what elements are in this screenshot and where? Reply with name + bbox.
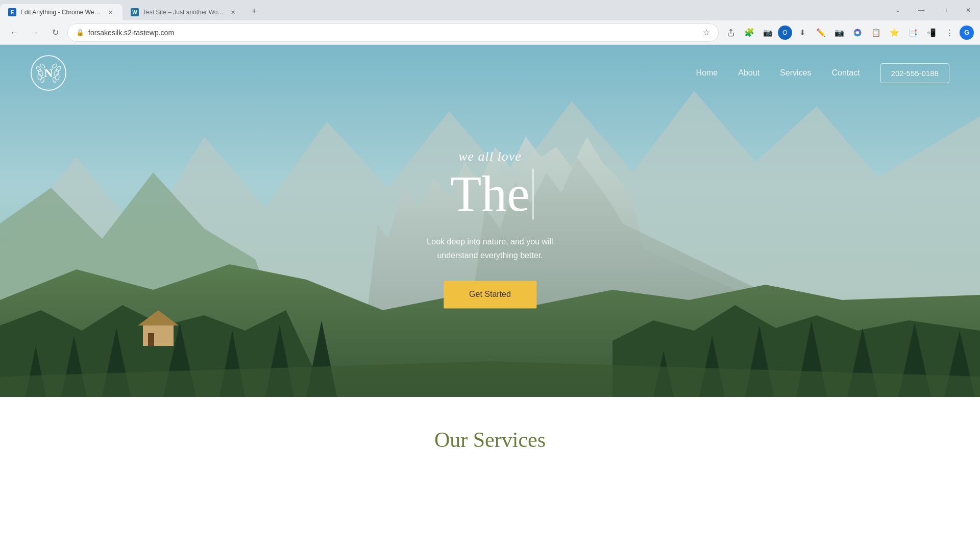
more-menu-button[interactable]: ⋮ [941, 24, 958, 41]
svg-rect-15 [148, 333, 154, 346]
tab-bar: E Edit Anything - Chrome Web Sto ✕ W Tes… [0, 0, 980, 20]
back-button[interactable]: ← [6, 24, 22, 41]
address-bar[interactable]: 🔒 forsakesilk.s2-tastewp.com ☆ [67, 23, 719, 42]
svg-point-1 [856, 31, 859, 34]
tab-2[interactable]: W Test Site – Just another WordPre... ✕ [122, 4, 245, 20]
svg-point-5 [860, 32, 861, 33]
services-section-title: Our Services [0, 428, 980, 452]
get-started-button[interactable]: Get Started [444, 281, 536, 309]
profile-button[interactable]: G [960, 26, 974, 40]
nav-link-home[interactable]: Home [696, 68, 718, 78]
minimize-button[interactable]: — [910, 0, 933, 20]
hero-section: N Home About Services Contact 202-555-01… [0, 45, 980, 397]
share-icon[interactable] [723, 24, 739, 41]
address-text: forsakesilk.s2-tastewp.com [88, 29, 699, 37]
ext8-icon[interactable]: 📑 [904, 24, 921, 41]
tab-2-title: Test Site – Just another WordPre... [143, 9, 225, 16]
nav-phone-button[interactable]: 202-555-0188 [880, 63, 949, 83]
ext1-icon[interactable]: O [778, 26, 792, 40]
nav-link-services[interactable]: Services [780, 68, 811, 78]
nav-links: Home About Services Contact 202-555-0188 [696, 63, 949, 83]
svg-point-32 [37, 69, 43, 77]
ext6-icon[interactable]: 📋 [868, 24, 884, 41]
ext5-icon[interactable] [849, 24, 866, 41]
tab-1[interactable]: E Edit Anything - Chrome Web Sto ✕ [0, 4, 122, 20]
svg-point-2 [857, 29, 859, 31]
hero-description: Look deep into nature, and you will unde… [427, 235, 553, 262]
refresh-button[interactable]: ↻ [47, 24, 63, 41]
ext2-icon[interactable]: ⬇ [794, 24, 811, 41]
ext7-icon[interactable]: ⭐ [886, 24, 902, 41]
hero-content: we all love The Look deep into nature, a… [427, 149, 553, 308]
tab-2-favicon: W [131, 8, 139, 16]
lock-icon: 🔒 [76, 29, 84, 36]
close-button[interactable]: ✕ [957, 0, 980, 20]
window-controls: ⌄ — □ ✕ [886, 0, 980, 20]
ext4-icon[interactable]: 📷 [831, 24, 847, 41]
logo-letter: N [44, 66, 53, 80]
website-content: N Home About Services Contact 202-555-01… [0, 45, 980, 551]
toolbar-icons: 🧩 📷 O ⬇ ✏️ 📷 📋 ⭐ 📑 📲 ⋮ G [723, 24, 974, 41]
tab-1-close[interactable]: ✕ [106, 8, 114, 16]
toolbar: ← → ↻ 🔒 forsakesilk.s2-tastewp.com ☆ 🧩 📷… [0, 20, 980, 45]
site-navigation: N Home About Services Contact 202-555-01… [0, 45, 980, 101]
extensions-icon[interactable]: 🧩 [741, 24, 757, 41]
hero-desc-line1: Look deep into nature, and you will [427, 237, 553, 246]
svg-point-3 [857, 34, 859, 36]
svg-point-4 [854, 32, 855, 33]
tab-1-title: Edit Anything - Chrome Web Sto [20, 9, 102, 16]
bookmark-icon[interactable]: ☆ [703, 28, 710, 37]
site-logo[interactable]: N [31, 55, 66, 91]
tab-1-favicon: E [8, 8, 16, 16]
hero-desc-line2: understand everything better. [437, 252, 543, 260]
svg-rect-13 [143, 325, 174, 346]
hero-title: The [450, 168, 529, 219]
services-section: Our Services [0, 397, 980, 472]
tab-2-close[interactable]: ✕ [229, 8, 237, 16]
new-tab-button[interactable]: + [247, 4, 261, 18]
ext3-icon[interactable]: ✏️ [813, 24, 829, 41]
hero-subtitle: we all love [427, 149, 553, 164]
tab-search-button[interactable]: ⌄ [886, 0, 910, 20]
forward-button[interactable]: → [27, 24, 43, 41]
nav-link-contact[interactable]: Contact [831, 68, 860, 78]
maximize-button[interactable]: □ [933, 0, 957, 20]
camera-icon[interactable]: 📷 [760, 24, 776, 41]
ext9-icon[interactable]: 📲 [923, 24, 939, 41]
nav-link-about[interactable]: About [738, 68, 760, 78]
